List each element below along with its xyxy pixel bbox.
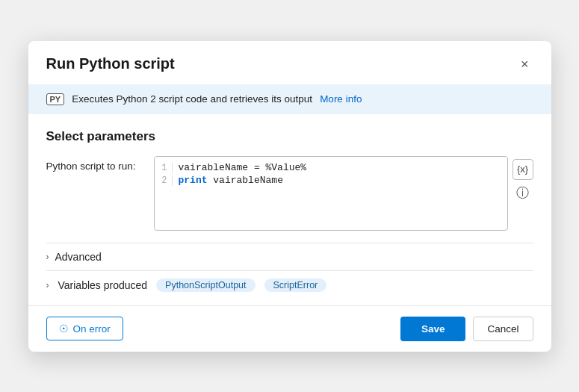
variables-chevron: ›	[46, 280, 49, 290]
on-error-label: On error	[73, 323, 111, 335]
code-after-keyword: vairableName	[208, 175, 283, 186]
param-label: Python script to run:	[46, 156, 143, 172]
python-script-row: Python script to run: 1 vairableName = %…	[46, 156, 533, 231]
line-number-1: 1	[159, 163, 173, 173]
on-error-button[interactable]: ☉ On error	[46, 317, 123, 340]
cancel-button[interactable]: Cancel	[473, 317, 533, 341]
more-info-link[interactable]: More info	[320, 93, 362, 105]
dialog-header: Run Python script ×	[28, 41, 551, 84]
run-python-dialog: Run Python script × PY Executes Python 2…	[28, 41, 551, 352]
dialog-body: Select parameters Python script to run: …	[28, 114, 551, 299]
variables-produced-section[interactable]: › Variables produced PythonScriptOutput …	[46, 270, 533, 299]
dialog-footer: ☉ On error Save Cancel	[28, 305, 551, 352]
var-badge-python-output: PythonScriptOutput	[156, 279, 255, 292]
code-editor[interactable]: 1 vairableName = %Value% 2 print vairabl…	[154, 156, 508, 231]
keyword-print: print	[179, 175, 208, 186]
line-code-1: vairableName = %Value%	[179, 162, 307, 173]
code-line-2: 2 print vairableName	[155, 174, 507, 187]
info-description: Executes Python 2 script code and retrie…	[72, 93, 312, 105]
save-button[interactable]: Save	[400, 317, 466, 341]
info-circle-button[interactable]: ⓘ	[515, 183, 530, 203]
py-badge: PY	[46, 93, 65, 105]
footer-right: Save Cancel	[400, 317, 533, 341]
close-button[interactable]: ×	[516, 55, 533, 74]
line-number-2: 2	[159, 175, 173, 186]
advanced-label: Advanced	[55, 251, 102, 263]
variables-icon-button[interactable]: {x}	[513, 159, 533, 180]
section-title: Select parameters	[46, 129, 533, 144]
dialog-title: Run Python script	[46, 55, 175, 72]
shield-icon: ☉	[59, 323, 69, 335]
info-bar: PY Executes Python 2 script code and ret…	[28, 84, 551, 114]
code-editor-wrapper: 1 vairableName = %Value% 2 print vairabl…	[154, 156, 533, 231]
editor-icons: {x} ⓘ	[513, 156, 533, 203]
var-badge-script-error: ScriptError	[264, 279, 327, 292]
variables-label: Variables produced	[58, 279, 148, 291]
code-line-1: 1 vairableName = %Value%	[155, 161, 507, 174]
line-code-2: print vairableName	[179, 175, 283, 186]
advanced-section[interactable]: › Advanced	[46, 243, 533, 270]
advanced-chevron: ›	[46, 252, 49, 262]
